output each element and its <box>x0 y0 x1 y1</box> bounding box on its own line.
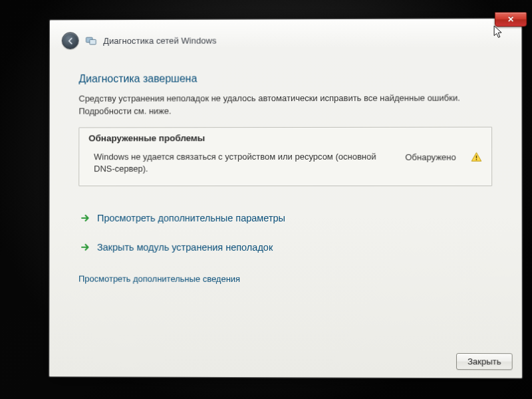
problems-box: Обнаруженные проблемы Windows не удается… <box>78 126 492 186</box>
close-window-button[interactable]: ✕ <box>495 12 527 27</box>
problem-status: Обнаружено <box>405 150 461 162</box>
back-button[interactable] <box>62 32 79 49</box>
summary-text: Средству устранения неполадок не удалось… <box>78 92 492 118</box>
action-label: Просмотреть дополнительные параметры <box>97 213 285 223</box>
wizard-title: Диагностика сетей Windows <box>103 35 216 45</box>
network-icon <box>85 35 96 47</box>
content-area: Диагностика завершена Средству устранени… <box>49 52 521 346</box>
svg-point-3 <box>475 159 477 160</box>
action-view-more-options[interactable]: Просмотреть дополнительные параметры <box>78 209 492 227</box>
problem-row: Windows не удается связаться с устройств… <box>79 146 491 186</box>
arrow-left-icon <box>66 37 74 45</box>
details-link[interactable]: Просмотреть дополнительные сведения <box>78 274 492 285</box>
headline: Диагностика завершена <box>78 72 492 84</box>
arrow-right-icon <box>80 213 90 223</box>
problem-description: Windows не удается связаться с устройств… <box>94 151 396 176</box>
close-button[interactable]: Закрыть <box>456 353 513 370</box>
svg-rect-1 <box>90 39 96 44</box>
warning-icon <box>471 151 482 162</box>
problems-header: Обнаруженные проблемы <box>79 127 491 147</box>
action-label: Закрыть модуль устранения неполадок <box>97 242 273 253</box>
footer: Закрыть <box>49 345 522 378</box>
arrow-right-icon <box>80 242 90 253</box>
svg-rect-2 <box>476 155 477 158</box>
dialog-window: ✕ Диагностика сетей Windows Диагностика … <box>49 18 523 378</box>
wizard-header: Диагностика сетей Windows <box>50 19 521 53</box>
action-close-troubleshooter[interactable]: Закрыть модуль устранения неполадок <box>78 238 492 257</box>
close-icon: ✕ <box>507 15 514 24</box>
